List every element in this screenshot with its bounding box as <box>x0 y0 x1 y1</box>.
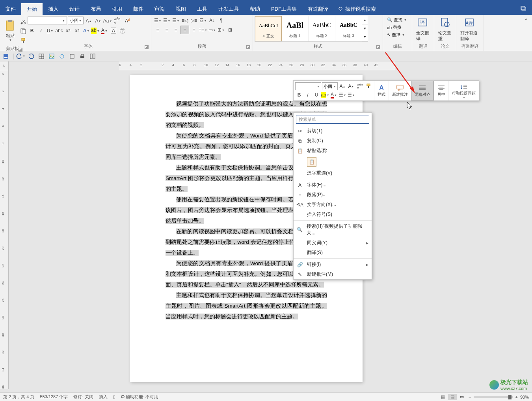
cm-font[interactable]: A字体(F)... <box>294 180 372 190</box>
tab-review[interactable]: 审阅 <box>149 3 170 15</box>
mini-justify-button[interactable]: 两端对齐 <box>411 81 434 100</box>
paragraph-launcher[interactable] <box>246 45 250 49</box>
asian-layout-button[interactable]: ☲▼ <box>199 16 207 25</box>
tab-tools[interactable]: 工具 <box>192 3 213 15</box>
cm-search[interactable]: 🔍搜索(H)"视频提供了功能强大... <box>294 221 372 238</box>
cm-synonyms[interactable]: 同义词(Y)▶ <box>294 238 372 248</box>
vertical-ruler[interactable]: L 224681012141618202224262830323436 <box>0 61 9 389</box>
sort-button[interactable]: A↓ <box>208 16 216 25</box>
numbering-button[interactable]: ☰▼ <box>162 16 171 25</box>
shading-button[interactable]: ▭▼ <box>208 26 216 34</box>
style-heading2[interactable]: AaBbC标题 2 <box>309 16 335 41</box>
font-launcher[interactable] <box>145 45 149 49</box>
align-distribute-button[interactable]: ≡ <box>190 26 198 34</box>
tab-pdf[interactable]: PDF工具集 <box>266 3 302 15</box>
font-name-combo[interactable]: ▼ <box>28 17 67 24</box>
tell-me-search[interactable]: 操作说明搜索 <box>338 6 376 13</box>
underline-button[interactable]: U▼ <box>46 26 54 35</box>
highlight-button[interactable]: ab▼ <box>91 26 100 35</box>
mini-italic[interactable]: I <box>304 91 312 99</box>
clipboard-launcher[interactable] <box>19 48 22 52</box>
mini-phonetic[interactable]: wénA <box>356 82 364 90</box>
find-button[interactable]: 🔍查找▼ <box>385 17 408 23</box>
open-youdao-button[interactable]: A译 打开有道翻译 <box>458 16 482 43</box>
qat-print-button[interactable] <box>79 53 86 60</box>
replace-button[interactable]: ab替换 <box>385 24 408 31</box>
qat-preview-button[interactable] <box>69 53 76 60</box>
status-track[interactable]: 修订: 关闭 <box>73 394 93 400</box>
qat-layout-button[interactable] <box>89 53 96 60</box>
enclose-char-button[interactable]: 字 <box>118 26 127 35</box>
shrink-font-button[interactable]: A▼ <box>94 17 102 25</box>
cm-copy[interactable]: ⧉复制(C) <box>294 136 372 146</box>
zoom-slider[interactable] <box>474 396 513 398</box>
align-center-button[interactable]: ≡ <box>162 26 171 34</box>
thesis-check-button[interactable]: 论文查重 <box>436 16 454 43</box>
cm-link[interactable]: 🔗链接(I)▶ <box>294 260 372 269</box>
show-marks-button[interactable]: ¶ <box>217 16 225 25</box>
mini-numbering[interactable]: ☰▼ <box>347 91 355 99</box>
align-left-button[interactable]: ≡ <box>153 26 162 34</box>
mini-line-spacing-button[interactable]: 行和段落间距▼ <box>448 81 479 100</box>
status-words[interactable]: 553/1287 个字 <box>40 394 68 400</box>
phonetic-guide-button[interactable]: wénA <box>113 17 121 25</box>
cm-paragraph[interactable]: ≡段落(P)... <box>294 190 372 200</box>
style-normal[interactable]: AaBbCcI↵ 正文 <box>255 16 282 41</box>
italic-button[interactable]: I <box>37 26 45 35</box>
style-heading3[interactable]: AaBbC标题 3 <box>335 16 362 41</box>
strikethrough-button[interactable]: abc <box>55 26 63 35</box>
style-scroll-down[interactable]: ▼ <box>362 24 368 33</box>
cm-insert-symbol[interactable]: 插入符号(S) <box>294 210 372 219</box>
tab-references[interactable]: 引用 <box>106 3 128 15</box>
ribbon-collapse-button[interactable]: ˄ <box>522 17 530 25</box>
paste-button[interactable]: 粘贴▼ <box>2 16 19 45</box>
mini-shrink-font[interactable]: A▼ <box>347 82 355 90</box>
mini-format-painter[interactable] <box>365 82 372 90</box>
mini-styles-button[interactable]: A样式 <box>374 81 389 100</box>
tab-home[interactable]: 开始 <box>21 3 43 15</box>
full-translate-button[interactable]: 译 全文翻译 <box>414 16 432 43</box>
clear-format-button[interactable]: A◢ <box>122 17 131 25</box>
multilevel-button[interactable]: ☰▼ <box>171 16 180 25</box>
tab-layout[interactable]: 布局 <box>85 3 106 15</box>
save-button[interactable] <box>2 53 9 60</box>
tab-insert[interactable]: 插入 <box>43 3 64 15</box>
mini-highlight[interactable]: ab▼ <box>321 91 329 99</box>
view-web-button[interactable]: ▭ <box>458 394 466 400</box>
undo-button[interactable]: ▼ <box>17 53 24 60</box>
style-expand[interactable]: ▾ <box>362 33 368 41</box>
line-spacing-button[interactable]: ‡≡▼ <box>199 26 207 34</box>
window-restore-icon[interactable] <box>515 6 532 12</box>
superscript-button[interactable]: x2 <box>73 26 82 35</box>
borders-button[interactable]: ⊞▼ <box>217 26 225 34</box>
change-case-button[interactable]: Aa▼ <box>103 17 112 25</box>
style-gallery[interactable]: AaBbCcI↵ 正文 AaBl标题 1 AaBbC标题 2 AaBbC标题 3… <box>255 16 368 42</box>
tab-youdao[interactable]: 有道翻译 <box>302 3 334 15</box>
cm-reconvert[interactable]: 汉字重选(V) <box>294 168 372 178</box>
cm-translate[interactable]: 翻译(S) <box>294 248 372 258</box>
cm-new-comment[interactable]: ✎新建批注(M) <box>294 269 372 279</box>
context-search-input[interactable]: 搜索菜单 <box>296 115 369 124</box>
mini-center-button[interactable]: 居中 <box>434 81 448 100</box>
mini-font-size[interactable]: 小四▼ <box>322 82 338 90</box>
zoom-out-button[interactable]: − <box>469 395 471 399</box>
zoom-in-button[interactable]: + <box>515 395 518 399</box>
style-heading1[interactable]: AaBl标题 1 <box>282 16 309 41</box>
subscript-button[interactable]: x2 <box>64 26 73 35</box>
redo-button[interactable] <box>28 53 35 60</box>
tab-mail[interactable]: 邮件 <box>128 3 149 15</box>
select-button[interactable]: ↖选择▼ <box>385 32 408 38</box>
tab-design[interactable]: 设计 <box>64 3 85 15</box>
bold-button[interactable]: B <box>28 26 36 35</box>
status-record[interactable]: ▯ <box>113 394 115 399</box>
font-color-button[interactable]: A▼ <box>100 26 109 35</box>
zoom-level[interactable]: 90% <box>520 395 529 399</box>
view-print-button[interactable]: ▤ <box>448 394 457 400</box>
mini-grow-font[interactable]: A▲ <box>339 82 346 90</box>
mini-bullets[interactable]: ☰▼ <box>339 91 346 99</box>
mini-underline[interactable]: U <box>313 91 320 99</box>
tab-view[interactable]: 视图 <box>170 3 192 15</box>
styles-launcher[interactable] <box>376 45 380 49</box>
snap-grid-button[interactable]: ⊞ <box>226 26 234 34</box>
tab-file[interactable]: 文件 <box>0 3 21 15</box>
